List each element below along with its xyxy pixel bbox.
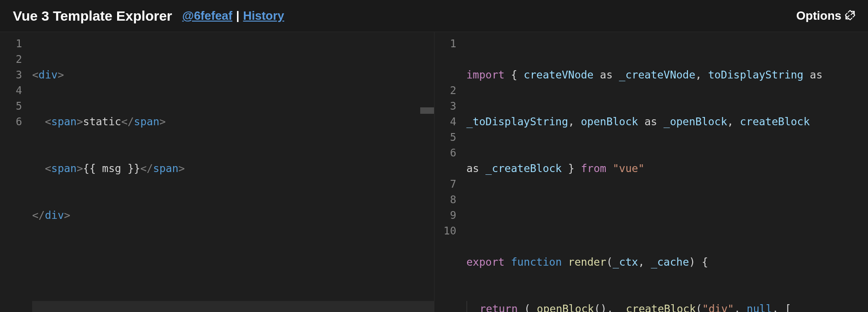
scrollbar-thumb[interactable] bbox=[420, 107, 434, 114]
output-code[interactable]: import { createVNode as _createVNode, to… bbox=[467, 36, 868, 312]
options-toggle[interactable]: Options bbox=[796, 9, 855, 23]
commit-link[interactable]: @6fefeaf bbox=[182, 9, 232, 23]
app-title: Vue 3 Template Explorer bbox=[13, 8, 172, 24]
expand-icon bbox=[845, 10, 855, 22]
template-code[interactable]: <div> <span>static</span> <span>{{ msg }… bbox=[32, 36, 434, 312]
template-editor[interactable]: 1 2 3 4 5 6 <div> <span>static</span> <s… bbox=[0, 32, 434, 312]
options-label: Options bbox=[796, 9, 841, 23]
output-editor[interactable]: 1 2 3 4 5 6 7 8 9 10 import { createVNod… bbox=[434, 32, 868, 312]
header: Vue 3 Template Explorer @6fefeaf | Histo… bbox=[0, 0, 868, 32]
line-gutter: 1 2 3 4 5 6 bbox=[0, 36, 32, 312]
line-gutter: 1 2 3 4 5 6 7 8 9 10 bbox=[434, 36, 467, 312]
history-link[interactable]: History bbox=[243, 9, 284, 23]
link-separator: | bbox=[236, 9, 239, 23]
